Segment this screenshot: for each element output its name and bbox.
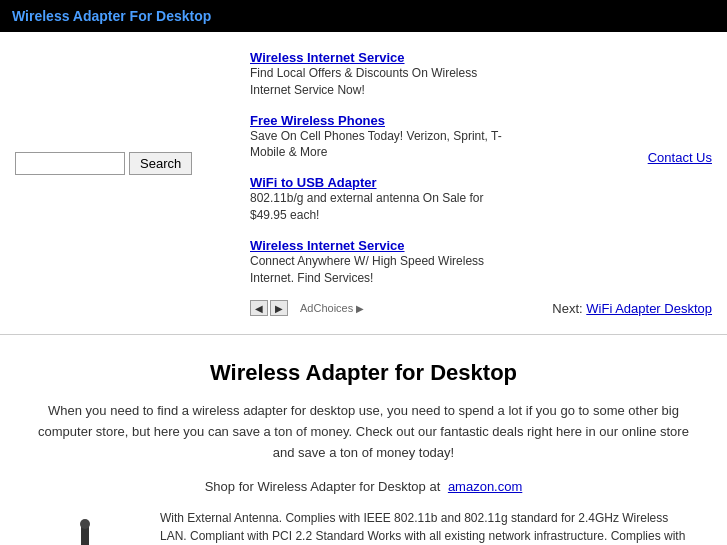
next-link-container: Next: WiFi Adapter Desktop	[552, 241, 712, 316]
intro-text: When you need to find a wireless adapter…	[30, 401, 697, 463]
ad-item-4: Wireless Internet Service Connect Anywhe…	[250, 238, 510, 287]
header: Wireless Adapter For Desktop	[0, 0, 727, 32]
right-column: Contact Us Next: WiFi Adapter Desktop	[520, 42, 727, 324]
search-box-container: Search	[15, 152, 192, 175]
product-desc: With External Antenna. Complies with IEE…	[160, 509, 697, 545]
main-container: Search Wireless Internet Service Find Lo…	[0, 32, 727, 334]
ad-desc-3: 802.11b/g and external antenna On Sale f…	[250, 190, 510, 224]
sidebar: Search	[0, 42, 240, 324]
ad-desc-4: Connect Anywhere W/ High Speed Wireless …	[250, 253, 510, 287]
ad-prev-button[interactable]: ◀	[250, 300, 268, 316]
product-section: USB WiFi With External Antenna. Complies…	[30, 509, 697, 545]
shop-prefix: Shop for Wireless Adapter for Desktop at	[205, 479, 441, 494]
next-label: Next:	[552, 301, 582, 316]
amazon-link[interactable]: amazon.com	[448, 479, 522, 494]
ad-item-1: Wireless Internet Service Find Local Off…	[250, 50, 510, 99]
ad-choices-arrow-icon: ▶	[356, 303, 364, 314]
ad-desc-2: Save On Cell Phones Today! Verizon, Spri…	[250, 128, 510, 162]
contact-us-link[interactable]: Contact Us	[648, 150, 712, 165]
search-input[interactable]	[15, 152, 125, 175]
ad-title-4[interactable]: Wireless Internet Service	[250, 238, 510, 253]
content: Wireless Adapter for Desktop When you ne…	[0, 334, 727, 545]
search-button[interactable]: Search	[129, 152, 192, 175]
ad-item-2: Free Wireless Phones Save On Cell Phones…	[250, 113, 510, 162]
product-image: USB WiFi	[40, 519, 130, 545]
ad-title-1[interactable]: Wireless Internet Service	[250, 50, 510, 65]
ad-choices-label: AdChoices ▶	[300, 302, 364, 314]
page-title: Wireless Adapter for Desktop	[30, 360, 697, 386]
ad-nav: ◀ ▶ AdChoices ▶	[250, 300, 510, 316]
ad-desc-1: Find Local Offers & Discounts On Wireles…	[250, 65, 510, 99]
product-image-container: USB WiFi	[30, 509, 140, 545]
header-title-link[interactable]: Wireless Adapter For Desktop	[12, 8, 211, 24]
ad-next-button[interactable]: ▶	[270, 300, 288, 316]
next-page-link[interactable]: WiFi Adapter Desktop	[586, 301, 712, 316]
ad-title-3[interactable]: WiFi to USB Adapter	[250, 175, 510, 190]
ads-column: Wireless Internet Service Find Local Off…	[240, 42, 520, 324]
ad-choices-text: AdChoices	[300, 302, 353, 314]
ad-title-2[interactable]: Free Wireless Phones	[250, 113, 510, 128]
shop-line: Shop for Wireless Adapter for Desktop at…	[30, 479, 697, 494]
ad-item-3: WiFi to USB Adapter 802.11b/g and extern…	[250, 175, 510, 224]
svg-point-4	[80, 519, 90, 529]
